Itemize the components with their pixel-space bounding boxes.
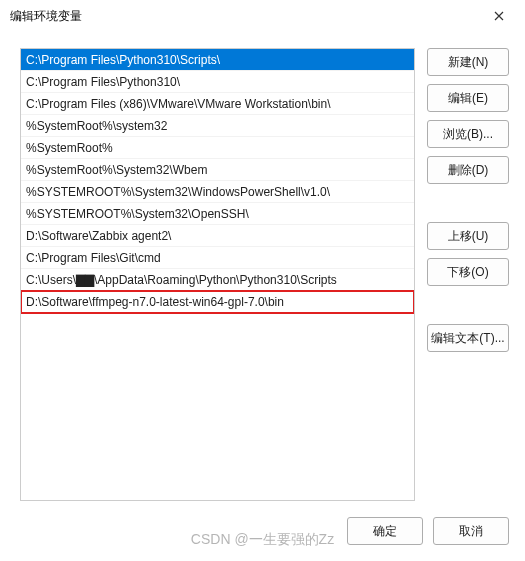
move-down-button[interactable]: 下移(O) [427, 258, 509, 286]
list-item[interactable]: C:\Users\▇▇\AppData\Roaming\Python\Pytho… [21, 269, 414, 291]
ok-button[interactable]: 确定 [347, 517, 423, 545]
dialog-footer: 确定 取消 [347, 517, 509, 545]
list-item[interactable]: %SystemRoot%\System32\Wbem [21, 159, 414, 181]
move-up-button[interactable]: 上移(U) [427, 222, 509, 250]
close-button[interactable] [483, 0, 515, 32]
list-item[interactable]: %SYSTEMROOT%\System32\OpenSSH\ [21, 203, 414, 225]
list-item[interactable]: C:\Program Files\Git\cmd [21, 247, 414, 269]
list-item[interactable]: D:\Software\Zabbix agent2\ [21, 225, 414, 247]
delete-button[interactable]: 删除(D) [427, 156, 509, 184]
browse-button[interactable]: 浏览(B)... [427, 120, 509, 148]
window-title: 编辑环境变量 [10, 8, 483, 25]
titlebar: 编辑环境变量 [0, 0, 525, 32]
close-icon [494, 8, 504, 24]
list-item[interactable]: %SYSTEMROOT%\System32\WindowsPowerShell\… [21, 181, 414, 203]
path-listbox[interactable]: C:\Program Files\Python310\Scripts\C:\Pr… [20, 48, 415, 501]
edit-button[interactable]: 编辑(E) [427, 84, 509, 112]
dialog-content: C:\Program Files\Python310\Scripts\C:\Pr… [20, 48, 509, 501]
cancel-button[interactable]: 取消 [433, 517, 509, 545]
list-item[interactable]: %SystemRoot% [21, 137, 414, 159]
list-item[interactable]: D:\Software\ffmpeg-n7.0-latest-win64-gpl… [21, 291, 414, 313]
list-item[interactable]: C:\Program Files (x86)\VMware\VMware Wor… [21, 93, 414, 115]
list-item[interactable]: C:\Program Files\Python310\ [21, 71, 414, 93]
button-column: 新建(N) 编辑(E) 浏览(B)... 删除(D) 上移(U) 下移(O) 编… [427, 48, 509, 501]
new-button[interactable]: 新建(N) [427, 48, 509, 76]
edit-text-button[interactable]: 编辑文本(T)... [427, 324, 509, 352]
spacer [427, 192, 509, 214]
spacer [427, 294, 509, 316]
list-item[interactable]: C:\Program Files\Python310\Scripts\ [21, 49, 414, 71]
list-item[interactable]: %SystemRoot%\system32 [21, 115, 414, 137]
